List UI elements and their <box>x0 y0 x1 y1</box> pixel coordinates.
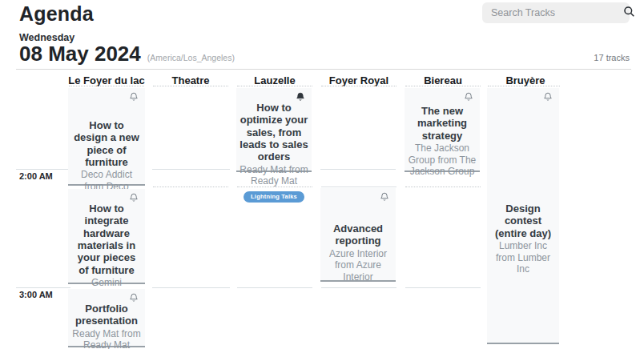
talk-card-how-to-design[interactable]: How to design a new piece of furniture D… <box>68 88 145 186</box>
hour-line <box>152 169 230 170</box>
reminder-bell-icon[interactable] <box>408 90 477 102</box>
reminder-bell-icon[interactable] <box>324 191 392 202</box>
talk-card-portfolio-presentation[interactable]: Portfolio presentation Ready Mat from Re… <box>68 289 145 347</box>
room-header-lauzelle: Lauzelle <box>236 74 313 86</box>
header-dotted-line <box>153 86 228 86</box>
talk-title: How to integrate hardware materials in y… <box>71 203 142 276</box>
room-header-theatre: Theatre <box>152 74 229 86</box>
header-dotted-line <box>405 86 481 86</box>
time-label-2am: 2:00 AM <box>19 171 53 181</box>
timezone-label: (America/Los_Angeles) <box>147 53 235 62</box>
talk-speaker: Ready Mat from Ready Mat <box>239 164 308 187</box>
search-button[interactable] <box>623 6 642 20</box>
slot-dotted-line <box>153 187 228 187</box>
reminder-bell-icon[interactable] <box>490 90 556 102</box>
header-dotted-line <box>321 86 396 86</box>
talk-title: Advanced reporting <box>324 223 392 247</box>
hour-line <box>152 287 230 288</box>
talk-card-advanced-reporting[interactable]: Advanced reporting Azure Interior from A… <box>320 188 396 282</box>
talk-tag-badge: Lightning Talks <box>244 191 304 203</box>
table-top-rule <box>16 69 631 70</box>
reminder-bell-icon[interactable] <box>71 291 142 303</box>
hour-line <box>16 287 70 288</box>
room-header-le-foyer-du-lac: Le Foyer du lac <box>68 74 145 86</box>
page-title: Agenda <box>19 2 94 26</box>
room-header-bruyere: Bruyère <box>487 74 564 86</box>
talk-speaker: Ready Mat from Ready Mat <box>71 328 142 349</box>
date-label: 08 May 2024 <box>19 42 141 66</box>
talk-title: How to optimize your sales, from leads t… <box>239 102 308 163</box>
tracks-count: 17 tracks <box>594 53 630 62</box>
talk-speaker: Azure Interior from Azure Interior <box>324 248 392 283</box>
search-box[interactable] <box>482 2 630 23</box>
hour-line <box>16 169 70 170</box>
date-row: 08 May 2024 (America/Los_Angeles) <box>19 42 235 66</box>
talk-card-new-marketing-strategy[interactable]: The new marketing strategy The Jackson G… <box>405 88 480 172</box>
header-dotted-line <box>488 86 560 86</box>
talk-speaker: Lumber Inc from Lumber Inc <box>490 240 556 275</box>
talk-card-how-to-optimize[interactable]: How to optimize your sales, from leads t… <box>236 88 312 172</box>
talk-card-design-contest[interactable]: Design contest (entire day) Lumber Inc f… <box>487 88 559 344</box>
talk-title: Design contest (entire day) <box>490 203 556 239</box>
hour-line <box>405 287 481 288</box>
talk-title: How to design a new piece of furniture <box>71 119 142 168</box>
reminder-bell-icon[interactable] <box>71 90 142 102</box>
slot-dotted-line <box>405 187 481 187</box>
talk-card-how-to-integrate[interactable]: How to integrate hardware materials in y… <box>68 189 145 284</box>
header-dotted-line <box>237 86 312 86</box>
hour-line <box>320 169 396 170</box>
talk-title: Portfolio presentation <box>71 303 142 327</box>
reminder-bell-filled-icon[interactable] <box>239 90 308 102</box>
hour-line <box>237 287 312 288</box>
search-icon <box>623 6 635 20</box>
talk-speaker: The Jackson Group from The Jackson Group <box>408 142 477 178</box>
time-label-3am: 3:00 AM <box>19 290 53 299</box>
agenda-page: Agenda Wednesday 08 May 2024 (America/Lo… <box>0 0 644 349</box>
talk-title: The new marketing strategy <box>408 105 477 142</box>
room-header-foyer-royal: Foyer Royal <box>320 74 397 86</box>
search-input[interactable] <box>482 7 623 18</box>
header-dotted-line <box>69 86 144 86</box>
hour-line <box>321 287 396 288</box>
room-header-biereau: Biereau <box>405 74 481 86</box>
slot-line <box>321 187 396 187</box>
reminder-bell-icon[interactable] <box>71 191 142 203</box>
